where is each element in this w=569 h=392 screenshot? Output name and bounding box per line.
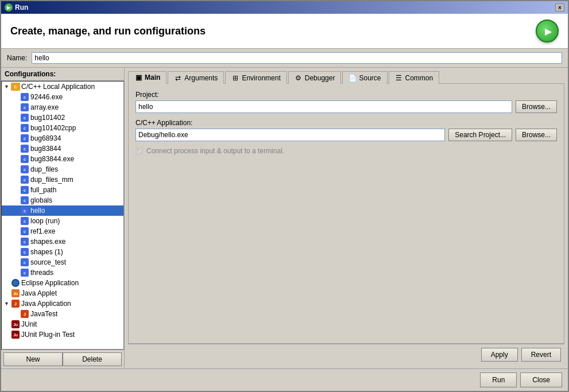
tab-label-source: Source [359, 74, 381, 82]
tree-item-label-threads: threads [30, 269, 53, 277]
tree-item-label-junit: JUnit [21, 320, 37, 328]
cpp-icon: c [20, 92, 29, 102]
cpp-icon: c [20, 154, 29, 164]
tree-item-bug83844.exe[interactable]: cbug83844.exe [2, 154, 123, 164]
project-label: Project: [136, 91, 557, 99]
tree-item-label-bug101402cpp: bug101402cpp [30, 124, 76, 132]
tree-item-label-java-app-root: Java Application [21, 300, 71, 308]
cpp-icon: c [20, 258, 29, 267]
left-panel-buttons: New Delete [1, 350, 124, 368]
app-input[interactable] [136, 129, 445, 141]
cpp-icon: c [20, 134, 29, 143]
revert-button[interactable]: Revert [521, 348, 561, 362]
tree-item-bug83844[interactable]: cbug83844 [2, 143, 123, 154]
footer-area: Run Close [1, 368, 568, 391]
search-project-button[interactable]: Search Project... [448, 129, 512, 141]
tree-item-label-loop_run: loop (run) [30, 217, 60, 225]
tab-environment[interactable]: ⊞Environment [225, 71, 287, 84]
tree-item-shapes.exe[interactable]: cshapes.exe [2, 236, 123, 247]
tree-item-junit[interactable]: JuJUnit [2, 319, 123, 329]
tab-source[interactable]: 📄Source [342, 71, 387, 84]
tabs-bar: ▣Main⇄Arguments⊞Environment⚙Debugger📄Sou… [128, 71, 564, 84]
app-browse-button[interactable]: Browse... [516, 129, 557, 141]
configurations-label: Configurations: [1, 68, 124, 81]
cpp-icon: c [20, 165, 29, 174]
footer-right: Run Close [480, 372, 562, 387]
title-bar-left: ▶ Run [5, 3, 28, 11]
tree-item-dup_files_mm[interactable]: cdup_files_mm [2, 174, 123, 185]
tab-label-arguments: Arguments [184, 74, 218, 82]
tree-item-shapes1[interactable]: cshapes (1) [2, 247, 123, 257]
tree-item-92446.exe[interactable]: c92446.exe [2, 92, 123, 102]
eclipse-icon [11, 278, 20, 288]
tree-item-label-shapes.exe: shapes.exe [30, 238, 65, 246]
tree-item-dup_files[interactable]: cdup_files [2, 164, 123, 174]
tree-item-label-array.exe: array.exe [30, 103, 59, 111]
project-row: Browse... [136, 100, 557, 113]
tab-arguments[interactable]: ⇄Arguments [168, 71, 224, 84]
tab-main[interactable]: ▣Main [128, 71, 167, 84]
tree-item-junit-plugin[interactable]: JuJUnit Plug-in Test [2, 329, 123, 340]
tree-item-java-app-root[interactable]: ▼JJava Application [2, 298, 123, 309]
tab-debugger[interactable]: ⚙Debugger [288, 71, 342, 84]
tree-item-bug101402[interactable]: cbug101402 [2, 112, 123, 123]
tree-item-threads[interactable]: cthreads [2, 267, 123, 278]
page-title: Create, manage, and run configurations [10, 25, 206, 37]
cpp-icon: c [20, 247, 29, 257]
tree-item-full_path[interactable]: cfull_path [2, 185, 123, 195]
java-app-icon: J [20, 309, 29, 319]
folder-cpp-icon: C [11, 82, 20, 91]
tree-item-JavaTest[interactable]: JJavaTest [2, 309, 123, 319]
tree-container[interactable]: ▼CC/C++ Local Applicationc92446.execarra… [1, 81, 124, 350]
junit-icon: Ju [11, 320, 20, 329]
tree-item-globals[interactable]: cglobals [2, 195, 123, 205]
tree-item-label-JavaTest: JavaTest [30, 310, 57, 318]
tree-item-cpp-local-root[interactable]: ▼CC/C++ Local Application [2, 81, 123, 92]
tree-item-label-java-applet: Java Applet [21, 289, 57, 297]
terminal-checkbox-row: Connect process input & output to a term… [136, 147, 557, 155]
run-button[interactable]: Run [480, 372, 517, 387]
tab-label-common: Common [405, 74, 433, 82]
cpp-icon: c [20, 175, 29, 184]
tree-item-label-bug83844.exe: bug83844.exe [30, 155, 74, 163]
header-area: Create, manage, and run configurations [1, 14, 568, 49]
cpp-icon: c [20, 103, 29, 112]
window-close-button[interactable]: × [555, 3, 564, 11]
common-tab-icon: ☰ [395, 74, 403, 82]
tree-item-ref1.exe[interactable]: cref1.exe [2, 226, 123, 236]
tab-label-main: Main [145, 73, 160, 81]
app-group: C/C++ Application: Search Project... Bro… [136, 119, 557, 141]
cpp-icon: c [20, 123, 29, 133]
tab-label-debugger: Debugger [305, 74, 335, 82]
junit-icon: Ju [11, 330, 20, 339]
new-button[interactable]: New [3, 352, 63, 366]
main-tab-icon: ▣ [134, 73, 142, 81]
tree-item-label-source_test: source_test [30, 258, 66, 266]
tree-item-array.exe[interactable]: carray.exe [2, 102, 123, 112]
tree-item-source_test[interactable]: csource_test [2, 257, 123, 267]
cpp-icon: c [20, 206, 29, 215]
tree-item-label-junit-plugin: JUnit Plug-in Test [21, 331, 75, 339]
close-button[interactable]: Close [520, 372, 562, 387]
tree-item-label-globals: globals [30, 196, 52, 204]
title-bar: ▶ Run × [1, 1, 568, 14]
name-input[interactable] [32, 52, 562, 64]
tree-item-label-dup_files_mm: dup_files_mm [30, 176, 73, 184]
project-browse-button[interactable]: Browse... [516, 100, 557, 113]
tree-item-java-applet[interactable]: JuJava Applet [2, 288, 123, 298]
project-input[interactable] [136, 100, 512, 113]
tree-item-hello[interactable]: chello [2, 205, 123, 216]
delete-button[interactable]: Delete [63, 352, 122, 366]
apply-button[interactable]: Apply [481, 348, 518, 362]
cpp-icon: c [20, 268, 29, 277]
terminal-checkbox[interactable] [136, 148, 143, 155]
cpp-icon: c [20, 144, 29, 153]
right-panel: ▣Main⇄Arguments⊞Environment⚙Debugger📄Sou… [125, 68, 568, 368]
tree-item-label-ref1.exe: ref1.exe [30, 227, 55, 235]
tree-item-eclipse-app[interactable]: Eclipse Application [2, 278, 123, 288]
tree-item-bug101402cpp[interactable]: cbug101402cpp [2, 123, 123, 133]
tree-item-bug68934[interactable]: cbug68934 [2, 133, 123, 143]
debug-tab-icon: ⚙ [295, 74, 303, 82]
tab-common[interactable]: ☰Common [389, 71, 440, 84]
tree-item-loop_run[interactable]: cloop (run) [2, 216, 123, 226]
